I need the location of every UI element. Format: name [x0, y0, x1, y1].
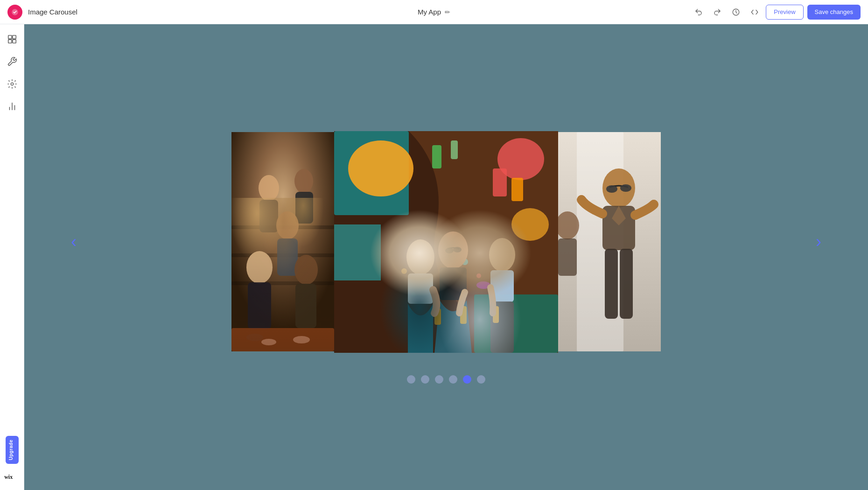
svg-rect-16 — [259, 200, 278, 232]
sidebar-item-analytics[interactable] — [3, 97, 21, 116]
svg-rect-22 — [248, 282, 271, 329]
svg-rect-5 — [12, 40, 15, 43]
component-title: Image Carousel — [28, 8, 77, 16]
svg-rect-29 — [334, 131, 558, 353]
svg-rect-18 — [295, 192, 313, 224]
svg-point-6 — [11, 83, 14, 85]
carousel-images — [231, 131, 661, 353]
carousel-dot-5[interactable] — [477, 375, 485, 384]
svg-point-41 — [413, 296, 424, 302]
svg-rect-24 — [295, 284, 316, 328]
svg-rect-38 — [511, 178, 523, 201]
svg-point-50 — [489, 238, 515, 272]
svg-point-15 — [259, 175, 279, 201]
svg-rect-66 — [605, 249, 618, 319]
svg-point-62 — [620, 184, 631, 192]
svg-rect-31 — [334, 224, 381, 280]
svg-rect-37 — [493, 168, 507, 196]
svg-rect-53 — [434, 308, 441, 325]
svg-text:wix: wix — [4, 474, 13, 480]
svg-point-61 — [606, 185, 617, 193]
svg-point-21 — [246, 251, 273, 284]
carousel-dot-1[interactable] — [421, 375, 429, 384]
svg-point-56 — [445, 248, 454, 253]
svg-point-40 — [476, 281, 490, 289]
history-button[interactable] — [728, 5, 743, 20]
svg-rect-2 — [8, 35, 11, 39]
carousel-dots — [407, 375, 485, 384]
sidebar-item-build[interactable] — [3, 52, 21, 71]
svg-rect-14 — [231, 281, 334, 285]
svg-point-26 — [261, 339, 276, 345]
svg-point-32 — [348, 140, 413, 196]
carousel-image-center — [334, 131, 558, 353]
svg-rect-69 — [558, 238, 577, 276]
carousel-next-button[interactable]: › — [816, 233, 821, 250]
carousel-dot-3[interactable] — [449, 375, 457, 384]
main-layout: Upgrade wix ‹ — [0, 24, 868, 490]
svg-rect-28 — [231, 328, 334, 351]
edit-title-icon[interactable]: ✏ — [445, 8, 450, 16]
svg-rect-39 — [474, 294, 558, 353]
svg-rect-11 — [231, 132, 334, 351]
svg-point-57 — [453, 247, 462, 252]
carousel-prev-button[interactable]: ‹ — [71, 233, 77, 250]
svg-rect-55 — [493, 306, 499, 323]
svg-point-48 — [438, 231, 468, 269]
sidebar: Upgrade wix — [0, 24, 24, 490]
svg-rect-54 — [460, 306, 467, 324]
header: Image Carousel My App ✏ Preview Save cha… — [0, 0, 868, 24]
sidebar-item-dashboard[interactable] — [3, 30, 21, 49]
svg-point-27 — [293, 336, 310, 343]
save-button[interactable]: Save changes — [807, 5, 861, 20]
svg-point-42 — [401, 268, 407, 274]
center-section: My App ✏ — [418, 8, 450, 16]
svg-point-33 — [497, 138, 544, 180]
svg-point-25 — [246, 334, 263, 341]
svg-rect-47 — [408, 273, 433, 304]
svg-point-44 — [462, 259, 468, 265]
svg-point-46 — [406, 239, 434, 275]
redo-button[interactable] — [710, 5, 725, 20]
svg-rect-52 — [490, 301, 514, 353]
carousel-dot-0[interactable] — [407, 375, 415, 384]
svg-point-23 — [294, 255, 318, 285]
carousel: ‹ — [24, 131, 868, 353]
svg-point-65 — [650, 200, 658, 207]
app-logo — [7, 5, 22, 20]
sidebar-item-settings[interactable] — [3, 75, 21, 93]
code-button[interactable] — [747, 5, 762, 20]
upgrade-button[interactable]: Upgrade — [6, 436, 19, 464]
svg-rect-51 — [490, 270, 514, 302]
svg-rect-12 — [231, 225, 334, 229]
svg-rect-67 — [620, 249, 633, 319]
carousel-image-right — [558, 132, 661, 351]
header-actions: Preview Save changes — [691, 5, 861, 20]
svg-rect-35 — [432, 145, 441, 168]
svg-point-34 — [511, 208, 549, 241]
svg-rect-13 — [231, 253, 334, 257]
svg-point-43 — [411, 292, 416, 297]
preview-button[interactable]: Preview — [766, 5, 803, 20]
svg-rect-49 — [440, 267, 467, 300]
svg-point-45 — [476, 273, 481, 278]
wix-logo: wix — [3, 471, 21, 483]
svg-rect-30 — [334, 131, 409, 215]
svg-point-19 — [276, 211, 299, 239]
svg-rect-20 — [277, 238, 298, 276]
carousel-image-left — [231, 132, 334, 351]
carousel-dot-4[interactable] — [463, 375, 471, 384]
svg-rect-4 — [8, 40, 11, 43]
carousel-dot-2[interactable] — [435, 375, 443, 384]
svg-point-17 — [294, 169, 313, 193]
svg-rect-3 — [12, 35, 15, 39]
svg-rect-36 — [451, 140, 458, 159]
app-title: My App — [418, 8, 441, 16]
canvas-area: ‹ — [24, 24, 868, 490]
svg-point-64 — [578, 195, 585, 203]
undo-button[interactable] — [691, 5, 706, 20]
